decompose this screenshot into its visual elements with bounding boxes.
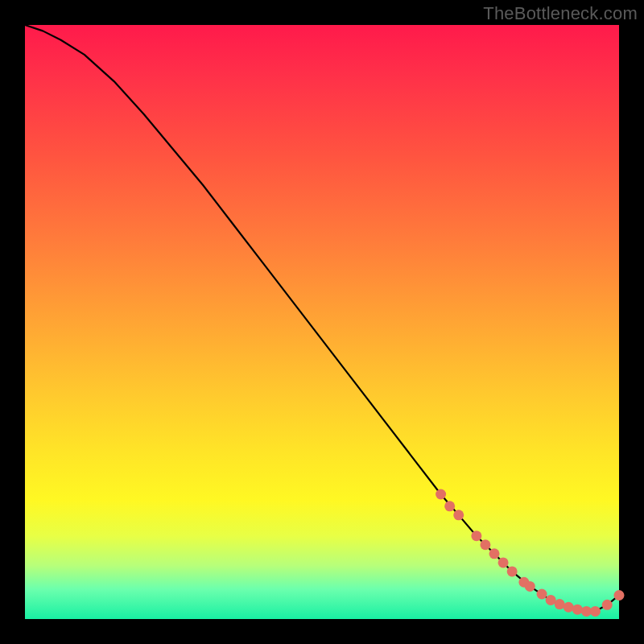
highlight-dot: [436, 489, 446, 500]
highlight-dot: [453, 510, 464, 520]
highlight-dot: [546, 595, 556, 605]
curve-svg: [25, 25, 619, 619]
highlight-dot: [590, 606, 601, 617]
watermark-text: TheBottleneck.com: [483, 3, 638, 24]
highlight-dot: [480, 539, 490, 550]
highlight-dot: [444, 501, 455, 511]
highlight-dot: [471, 530, 481, 541]
highlight-dots: [436, 489, 624, 617]
highlight-dot: [498, 557, 509, 568]
highlight-dot: [564, 602, 574, 613]
highlight-dot: [507, 566, 518, 576]
highlight-dot: [489, 548, 500, 559]
highlight-dot: [555, 599, 565, 609]
highlight-dot: [525, 581, 535, 592]
highlight-dot: [537, 589, 547, 600]
plot-area: [25, 25, 619, 619]
highlight-dot: [572, 605, 583, 615]
highlight-dot: [614, 590, 625, 601]
highlight-dot: [581, 606, 592, 617]
bottleneck-curve: [25, 25, 619, 611]
highlight-dot: [602, 600, 613, 610]
chart-frame: TheBottleneck.com: [0, 0, 644, 644]
